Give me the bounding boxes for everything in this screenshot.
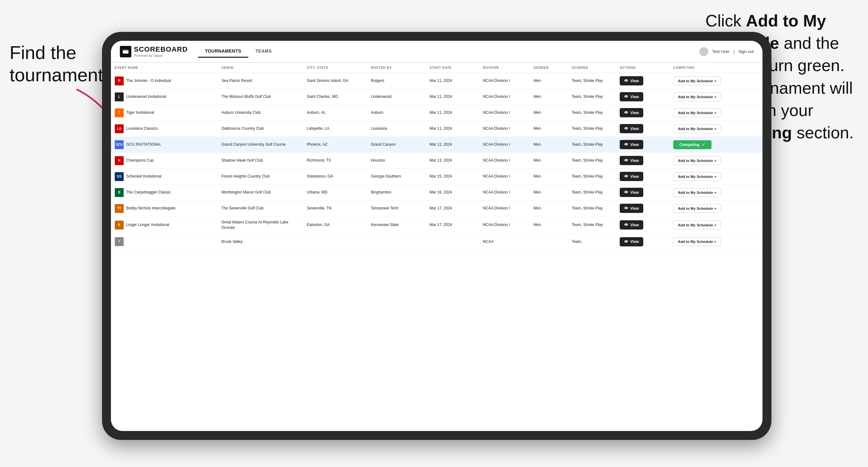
table-row: GSSchenkel InvitationalForest Heights Co… <box>111 168 763 185</box>
cell-hosted: Auburn <box>367 105 426 121</box>
add-to-schedule-button[interactable]: Add to My Schedule + <box>673 237 721 246</box>
cell-scoring: Team, <box>568 234 616 250</box>
add-to-schedule-button[interactable]: Add to My Schedule + <box>673 156 721 165</box>
view-button[interactable]: 👁 View <box>620 140 643 149</box>
logo-text: SCOREBOARD <box>134 46 188 53</box>
plus-icon: + <box>714 240 717 244</box>
cell-city: Eatonton, GA <box>303 216 367 234</box>
cell-venue: Auburn University Club <box>218 105 303 121</box>
competing-button[interactable]: Competing ✓ <box>673 140 712 149</box>
cell-actions: 👁 View <box>616 153 669 168</box>
cell-division: NCAA Division I <box>479 121 530 137</box>
view-button[interactable]: 👁 View <box>620 204 643 213</box>
plus-icon: + <box>714 207 717 210</box>
add-to-schedule-button[interactable]: Add to My Schedule + <box>673 204 721 213</box>
cell-division: NCAA Division I <box>479 137 530 153</box>
event-name: Lindenwood Invitational <box>126 94 166 99</box>
app-header: SCOREBOARD Powered by clippd TOURNAMENTS… <box>111 41 763 63</box>
logo-sub: Powered by clippd <box>134 54 162 57</box>
cell-event: LLindenwood Invitational <box>111 89 218 105</box>
cell-city: Sevierville, TN <box>303 200 367 216</box>
eye-icon: 👁 <box>624 222 628 227</box>
col-header-date: START DATE <box>426 63 479 73</box>
school-logo: R <box>115 76 124 86</box>
user-avatar <box>700 47 708 56</box>
event-name: Bobby Nichols Intercollegiate <box>126 206 176 211</box>
view-button[interactable]: 👁 View <box>620 108 643 117</box>
school-logo: GS <box>115 172 124 181</box>
cell-gender: Men <box>530 200 568 216</box>
cell-hosted: Kennesaw State <box>367 216 426 234</box>
plus-icon: + <box>714 79 717 83</box>
col-header-competing: COMPETING <box>670 63 763 73</box>
tab-teams[interactable]: TEAMS <box>248 45 279 58</box>
table-body: RThe Johnnie - O IndividualSea Palms Res… <box>111 73 763 250</box>
cell-scoring: Team, Stroke Play <box>568 105 616 121</box>
cell-hosted: Rutgers <box>367 73 426 89</box>
school-logo: LA <box>115 124 124 133</box>
table-row: TTBobby Nichols IntercollegiateThe Sevie… <box>111 200 763 216</box>
view-button[interactable]: 👁 View <box>620 188 643 197</box>
cell-event: TTiger Invitational <box>111 105 218 121</box>
view-button[interactable]: 👁 View <box>620 220 643 229</box>
cell-venue: Shadow Hawk Golf Club <box>218 153 303 168</box>
cell-actions: 👁 View <box>616 89 669 105</box>
event-name: Louisiana Classics <box>126 126 158 131</box>
table-row: ?Brook ValleyNCAATeam,👁 ViewAdd to My Sc… <box>111 234 763 250</box>
add-to-schedule-button[interactable]: Add to My Schedule + <box>673 76 721 86</box>
add-to-schedule-button[interactable]: Add to My Schedule + <box>673 124 721 133</box>
event-name: Linger Longer Invitational <box>126 222 169 227</box>
table-container: EVENT NAME VENUE CITY, STATE HOSTED BY S… <box>111 63 763 431</box>
add-to-schedule-button[interactable]: Add to My Schedule + <box>673 188 721 197</box>
cell-gender: Men <box>530 137 568 153</box>
view-button[interactable]: 👁 View <box>620 76 643 86</box>
cell-competing: Add to My Schedule + <box>670 200 763 216</box>
view-button[interactable]: 👁 View <box>620 92 643 101</box>
table-row: BThe Carpetbagger ClassicWorthington Man… <box>111 185 763 200</box>
add-to-schedule-button[interactable]: Add to My Schedule + <box>673 172 721 181</box>
cell-division: NCAA Division I <box>479 105 530 121</box>
view-button[interactable]: 👁 View <box>620 156 643 165</box>
cell-scoring: Team, Stroke Play <box>568 185 616 200</box>
cell-hosted: Houston <box>367 153 426 168</box>
cell-competing: Add to My Schedule + <box>670 153 763 168</box>
cell-date: Mar 11, 2024 <box>426 105 479 121</box>
tournaments-table: EVENT NAME VENUE CITY, STATE HOSTED BY S… <box>111 63 763 250</box>
view-button[interactable]: 👁 View <box>620 237 643 246</box>
table-header: EVENT NAME VENUE CITY, STATE HOSTED BY S… <box>111 63 763 73</box>
cell-scoring: Team, Stroke Play <box>568 153 616 168</box>
table-row: TTiger InvitationalAuburn University Clu… <box>111 105 763 121</box>
add-to-schedule-button[interactable]: Add to My Schedule + <box>673 221 721 229</box>
cell-date: Mar 16, 2024 <box>426 185 479 200</box>
view-button[interactable]: 👁 View <box>620 124 643 133</box>
col-header-event: EVENT NAME <box>111 63 218 73</box>
add-to-schedule-button[interactable]: Add to My Schedule + <box>673 108 721 117</box>
table-row: HChampions CupShadow Hawk Golf ClubRichm… <box>111 153 763 168</box>
cell-hosted: Tennessee Tech <box>367 200 426 216</box>
eye-icon: 👁 <box>624 94 628 99</box>
col-header-scoring: SCORING <box>568 63 616 73</box>
cell-date: Mar 11, 2024 <box>426 121 479 137</box>
cell-venue: Forest Heights Country Club <box>218 168 303 185</box>
cell-event: HChampions Cup <box>111 153 218 168</box>
cell-date: Mar 11, 2024 <box>426 89 479 105</box>
cell-scoring: Team, Stroke Play <box>568 168 616 185</box>
plus-icon: + <box>714 175 717 179</box>
nav-tabs: TOURNAMENTS TEAMS <box>198 45 279 58</box>
cell-hosted: Grand Canyon <box>367 137 426 153</box>
cell-gender: Men <box>530 216 568 234</box>
cell-actions: 👁 View <box>616 73 669 89</box>
cell-competing: Add to My Schedule + <box>670 121 763 137</box>
tab-tournaments[interactable]: TOURNAMENTS <box>198 45 248 58</box>
cell-city <box>303 234 367 250</box>
cell-date: Mar 15, 2024 <box>426 168 479 185</box>
cell-venue: Worthington Manor Golf Club <box>218 185 303 200</box>
view-button[interactable]: 👁 View <box>620 172 643 181</box>
cell-actions: 👁 View <box>616 185 669 200</box>
cell-gender: Men <box>530 121 568 137</box>
plus-icon: + <box>714 127 717 131</box>
cell-city: Auburn, AL <box>303 105 367 121</box>
cell-event: ? <box>111 234 218 250</box>
add-to-schedule-button[interactable]: Add to My Schedule + <box>673 92 721 101</box>
sign-out-link[interactable]: Sign out <box>738 49 753 54</box>
